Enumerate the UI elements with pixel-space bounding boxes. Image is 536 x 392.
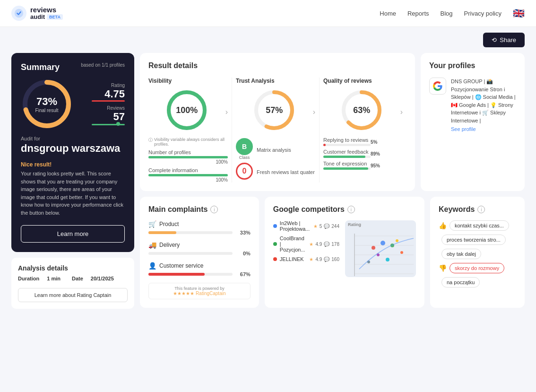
- learn-captain-button[interactable]: Learn more about Rating Captain: [18, 288, 128, 302]
- trust-donut: 57%: [253, 89, 295, 131]
- complaint-service: 👤 Customer service 67%: [148, 262, 251, 277]
- profiles-bar: [148, 156, 228, 158]
- thumb-down-icon: 👎: [439, 264, 447, 272]
- analysis-title: Analysis details: [18, 264, 128, 272]
- delivery-label: Delivery: [159, 242, 180, 248]
- svg-point-17: [372, 246, 375, 250]
- rating-bar: [92, 100, 125, 102]
- summary-circle-area: 73% Final result Rating 4.75 Reviews 57: [21, 78, 125, 130]
- profiles-label: Number of profiles: [148, 149, 228, 155]
- final-label: Final result: [35, 108, 59, 113]
- service-pct: 67%: [236, 271, 251, 277]
- dot-0: [273, 224, 277, 228]
- analysis-card: Analysis details Duration 1 min Date 20/…: [11, 258, 134, 309]
- nav-blog[interactable]: Blog: [441, 10, 453, 17]
- keywords-info-icon[interactable]: i: [477, 206, 485, 213]
- nice-result-title: Nice result!: [21, 161, 125, 168]
- header: reviews audit BETA Home Reports Blog Pri…: [0, 0, 536, 27]
- share-button[interactable]: ⟲ Share: [483, 33, 525, 47]
- dot-1: [273, 242, 277, 246]
- comp-name-2: JELLINEK: [280, 256, 307, 262]
- profiles-title: Your profiles: [429, 61, 516, 70]
- keyword-tag-1[interactable]: proces tworzenia stro...: [441, 235, 506, 245]
- keyword-0: 👍 kontakt szybki czas...: [439, 220, 516, 231]
- keyword-1: proces tworzenia stro...: [439, 235, 516, 245]
- sidebar: Summary based on 1/1 profiles 73% Final …: [11, 53, 134, 309]
- flag-icon: 🇬🇧: [513, 8, 525, 19]
- keyword-2: oby tak dalej: [439, 249, 516, 259]
- visibility-value: 100%: [176, 105, 198, 115]
- logo-reviews-text: reviews: [30, 6, 63, 13]
- competitor-2: JELLINEK ★ 4.9 💬 160: [273, 256, 339, 262]
- competitors-info-icon[interactable]: i: [347, 206, 355, 213]
- trust-chevron[interactable]: ›: [313, 108, 315, 116]
- competitor-1: CoolBrand | Pozycjon... ★ 4.9 💬 178: [273, 235, 339, 253]
- visibility-title: Visibility: [148, 78, 228, 84]
- share-icon: ⟲: [492, 36, 497, 44]
- competitors-chart: Rating: [345, 220, 416, 277]
- keyword-tag-4[interactable]: na początku: [441, 277, 480, 287]
- nav-reports[interactable]: Reports: [407, 10, 429, 17]
- keyword-tag-3[interactable]: skorzy do rozmowy: [450, 263, 504, 273]
- quality-donut: 63%: [340, 89, 383, 131]
- dot-2: [273, 257, 277, 261]
- keywords-list: 👍 kontakt szybki czas... proces tworzeni…: [439, 220, 516, 287]
- see-profile-link[interactable]: See profile: [451, 126, 516, 132]
- product-bar-fill: [148, 231, 176, 234]
- competitors-card: Google competitors i In2Web | Projektowa…: [265, 197, 424, 308]
- product-pct: 33%: [236, 230, 251, 235]
- info-fill: [148, 174, 228, 176]
- quality-item-2: Tone of expression 95%: [323, 161, 403, 171]
- svg-point-18: [396, 239, 398, 242]
- visibility-note: ⓘ Visibility variable always considers a…: [148, 137, 228, 147]
- visibility-donut: 100%: [165, 89, 208, 131]
- svg-point-21: [400, 251, 403, 254]
- keyword-4: na początku: [439, 277, 516, 287]
- profile-text: DNS GROUP | 📸 Pozycjonowanie Stron i Skl…: [451, 78, 516, 124]
- matrix-wrap: B Class Matrix analysis: [236, 138, 315, 160]
- logo-icon: [11, 6, 26, 21]
- svg-point-20: [386, 258, 389, 261]
- visibility-chevron[interactable]: ›: [225, 108, 228, 116]
- keyword-tag-0[interactable]: kontakt szybki czas...: [450, 220, 509, 231]
- info-icon: ⓘ: [148, 137, 153, 143]
- share-bar: ⟲ Share: [0, 27, 536, 49]
- summary-title: Summary: [21, 62, 60, 72]
- keyword-tag-2[interactable]: oby tak dalej: [441, 249, 481, 259]
- quality-chevron[interactable]: ›: [400, 108, 403, 116]
- complaint-product: 🛒 Product 33%: [148, 220, 251, 235]
- google-icon: [429, 78, 446, 95]
- bottom-row: Main complaints i 🛒 Product 33%: [140, 197, 525, 308]
- complaints-info-icon[interactable]: i: [210, 206, 218, 213]
- product-icon: 🛒: [148, 220, 156, 228]
- main-layout: Summary based on 1/1 profiles 73% Final …: [0, 49, 536, 316]
- analysis-duration-row: Duration 1 min Date 20/1/2025: [18, 276, 128, 281]
- result-metrics: Visibility 100% ›: [148, 78, 406, 183]
- fresh-badge: 0: [236, 163, 253, 180]
- competitors-list: In2Web | Projektowa... ★ 5 💬 244 CoolBra…: [273, 220, 339, 266]
- fresh-label: Fresh reviews last quater: [257, 169, 315, 175]
- beta-badge: BETA: [47, 14, 63, 20]
- matrix-label: Matrix analysis: [257, 147, 291, 153]
- profiles-scroll[interactable]: DNS GROUP | 📸 Pozycjonowanie Stron i Skl…: [429, 78, 516, 132]
- content-area: Result details Visibility 100%: [140, 53, 525, 309]
- top-row: Result details Visibility 100%: [140, 53, 525, 191]
- complaints-title: Main complaints: [148, 205, 207, 214]
- learn-more-button[interactable]: Learn more: [21, 225, 125, 243]
- nav-privacy[interactable]: Privacy policy: [464, 10, 501, 17]
- thumb-up-icon: 👍: [439, 222, 447, 229]
- competitors-main: In2Web | Projektowa... ★ 5 💬 244 CoolBra…: [273, 220, 416, 277]
- trust-col: Trust Analysis 57% ›: [232, 78, 320, 183]
- based-on-text: based on 1/1 profiles: [81, 62, 125, 68]
- final-result-circle: 73% Final result: [21, 78, 73, 130]
- audit-for-label: Audit for: [21, 136, 125, 141]
- trust-value: 57%: [266, 105, 283, 115]
- keyword-3: 👎 skorzy do rozmowy: [439, 263, 516, 273]
- main-nav: Home Reports Blog Privacy policy 🇬🇧: [380, 8, 525, 19]
- nav-home[interactable]: Home: [380, 10, 396, 17]
- matrix-badge: B: [236, 138, 253, 155]
- keywords-title: Keywords: [439, 205, 475, 214]
- quality-value: 63%: [353, 105, 370, 115]
- powered-by: This feature is powered by ★★★★★ RatingC…: [148, 283, 251, 299]
- competitor-0: In2Web | Projektowa... ★ 5 💬 244: [273, 220, 339, 232]
